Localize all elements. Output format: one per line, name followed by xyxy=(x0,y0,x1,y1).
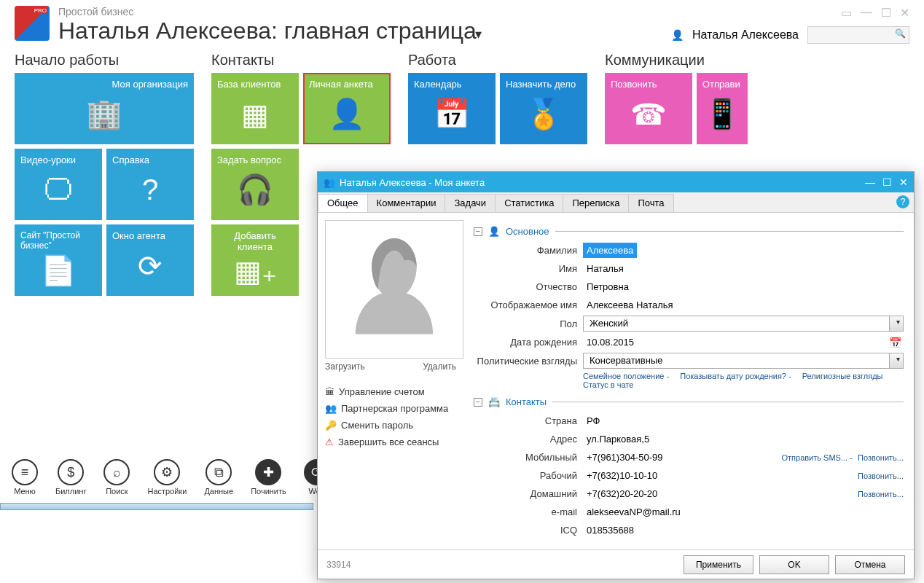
document-icon: 📄 xyxy=(20,251,96,290)
section-contacts-title: Контакты xyxy=(211,52,401,69)
status-bar xyxy=(0,503,313,510)
field-patronymic[interactable]: Петровна xyxy=(583,279,904,294)
search-input[interactable] xyxy=(807,26,909,44)
bt-data[interactable]: ⧉Данные xyxy=(204,459,233,496)
close-icon[interactable]: ✕ xyxy=(900,6,909,20)
field-surname[interactable]: Алексеева xyxy=(583,243,637,258)
field-home-phone[interactable]: +7(632)20-20-20 xyxy=(583,486,858,501)
tile-my-org[interactable]: Моя организация 🏢 xyxy=(15,73,194,144)
question-icon: ? xyxy=(112,165,188,214)
tile-add-client[interactable]: Добавить клиента ▦₊ xyxy=(211,224,299,296)
grid-plus-icon: ▦₊ xyxy=(217,252,293,290)
tile-client-db[interactable]: База клиентов ▦ xyxy=(211,73,299,144)
tile-personal-form[interactable]: Личная анкета 👤 xyxy=(303,73,391,144)
person-icon: 👤 xyxy=(309,90,385,138)
field-gender[interactable]: Женский xyxy=(583,316,904,332)
tile-site[interactable]: Сайт "Простой бизнес" 📄 xyxy=(15,224,102,296)
field-icq[interactable]: 018535688 xyxy=(583,523,904,538)
action-sms[interactable]: Отправить SMS... - xyxy=(781,453,852,462)
field-politics[interactable]: Консервативные xyxy=(583,353,904,369)
building-icon: 🏢 xyxy=(20,90,188,138)
group-contacts[interactable]: − 📇 Контакты xyxy=(474,396,904,407)
tab-tasks[interactable]: Задачи xyxy=(445,194,496,212)
collapse-icon[interactable]: − xyxy=(474,398,482,407)
bt-search[interactable]: ⌕Поиск xyxy=(103,459,130,496)
tile-calendar[interactable]: Календарь 📅 xyxy=(408,73,496,144)
link-account[interactable]: 🏛Управление счетом xyxy=(325,386,456,397)
field-name[interactable]: Наталья xyxy=(583,261,904,276)
ok-button[interactable]: OK xyxy=(759,555,829,574)
maximize-icon[interactable]: ☐ xyxy=(881,6,891,20)
tile-ask[interactable]: Задать вопрос 🎧 xyxy=(211,149,299,220)
section-comm-title: Коммуникации xyxy=(605,52,751,69)
current-user[interactable]: Наталья Алексеева xyxy=(692,28,799,42)
tile-send[interactable]: Отправи 📱 xyxy=(697,73,748,144)
tile-video[interactable]: Видео-уроки 🖵 xyxy=(15,149,102,220)
help-icon[interactable]: ? xyxy=(896,195,909,208)
warning-icon: ⚠ xyxy=(325,437,334,447)
main-header: Простой бизнес Наталья Алексеева: главна… xyxy=(0,0,924,44)
dialog-titlebar[interactable]: 👥 Наталья Алексеева - Моя анкета — ☐ ✕ xyxy=(318,172,914,192)
action-call[interactable]: Позвонить... xyxy=(858,490,904,498)
avatar-delete[interactable]: Удалить xyxy=(423,361,456,372)
dialog-tabs: Общее Комментарии Задачи Статистика Пере… xyxy=(318,192,914,213)
tile-agent[interactable]: Окно агента ⟳ xyxy=(106,224,194,296)
people-icon: 👥 xyxy=(325,403,337,414)
link-show-bday[interactable]: Показывать дату рождения? - xyxy=(680,372,791,380)
link-password[interactable]: 🔑Сменить пароль xyxy=(325,420,456,431)
toggle-icon[interactable]: ▭ xyxy=(841,6,852,20)
bottom-toolbar: ≡Меню $Биллинг ⌕Поиск ⚙Настройки ⧉Данные… xyxy=(12,459,330,496)
bt-billing[interactable]: $Биллинг xyxy=(55,459,86,496)
tile-assign[interactable]: Назначить дело 🏅 xyxy=(500,73,587,144)
headset-icon: 🎧 xyxy=(217,165,293,214)
bt-repair[interactable]: ✚Починить xyxy=(251,459,286,496)
field-mobile[interactable]: +7(961)304-50-99 xyxy=(583,450,781,465)
monitor-icon: 🖵 xyxy=(20,165,96,214)
bt-menu[interactable]: ≡Меню xyxy=(12,459,38,496)
avatar-placeholder[interactable] xyxy=(325,220,463,359)
profile-dialog: 👥 Наталья Алексеева - Моя анкета — ☐ ✕ О… xyxy=(317,171,915,579)
field-country[interactable]: РФ xyxy=(583,413,904,429)
bt-settings[interactable]: ⚙Настройки xyxy=(147,459,187,496)
action-call[interactable]: Позвонить... xyxy=(858,453,904,462)
link-marital[interactable]: Семейное положение - xyxy=(583,372,669,380)
section-work-title: Работа xyxy=(408,52,598,69)
grid-icon: ▦ xyxy=(217,90,293,138)
tab-general[interactable]: Общее xyxy=(318,194,368,212)
action-call[interactable]: Позвонить... xyxy=(858,472,904,480)
link-partner[interactable]: 👥Партнерская программа xyxy=(325,403,456,414)
link-end-sessions[interactable]: ⚠Завершить все сеансы xyxy=(325,437,456,447)
record-id: 33914 xyxy=(326,560,351,570)
bank-icon: 🏛 xyxy=(325,386,334,397)
field-address[interactable]: ул.Парковая,5 xyxy=(583,431,904,447)
tab-comments[interactable]: Комментарии xyxy=(367,194,446,212)
apply-button[interactable]: Применить xyxy=(684,555,753,574)
field-birth[interactable]: 10.08.2015📅 xyxy=(583,334,904,350)
cancel-button[interactable]: Отмена xyxy=(835,555,905,574)
link-religion[interactable]: Религиозные взгляды xyxy=(802,372,883,380)
link-chat-status[interactable]: Статус в чате xyxy=(583,380,633,389)
tab-msgs[interactable]: Переписка xyxy=(563,194,629,212)
field-display[interactable]: Алексеева Наталья xyxy=(583,297,904,313)
minimize-icon[interactable]: — xyxy=(861,6,872,20)
dialog-close-icon[interactable]: ✕ xyxy=(899,176,908,188)
people-icon: 👥 xyxy=(324,177,335,188)
user-icon: 👤 xyxy=(671,29,684,41)
group-main[interactable]: − 👤 Основное xyxy=(474,226,904,237)
avatar-upload[interactable]: Загрузить xyxy=(325,361,365,372)
page-title[interactable]: Наталья Алексеева: главная страница xyxy=(58,17,671,44)
tab-mail[interactable]: Почта xyxy=(628,194,673,212)
dialog-minimize-icon[interactable]: — xyxy=(865,176,875,188)
person-badge-icon: 👤 xyxy=(488,226,500,237)
app-logo xyxy=(15,6,50,41)
tile-help[interactable]: Справка ? xyxy=(106,149,194,220)
collapse-icon[interactable]: − xyxy=(474,227,482,236)
tab-stats[interactable]: Статистика xyxy=(495,194,563,212)
key-icon: 🔑 xyxy=(325,420,337,431)
field-email[interactable]: alekseevaNP@mail.ru xyxy=(583,504,904,520)
calendar-picker-icon[interactable]: 📅 xyxy=(889,337,901,348)
tile-call[interactable]: Позвонить ☎ xyxy=(605,73,692,144)
dialog-maximize-icon[interactable]: ☐ xyxy=(882,176,892,188)
app-subtitle: Простой бизнес xyxy=(58,6,671,17)
field-work-phone[interactable]: +7(632)10-10-10 xyxy=(583,468,858,483)
